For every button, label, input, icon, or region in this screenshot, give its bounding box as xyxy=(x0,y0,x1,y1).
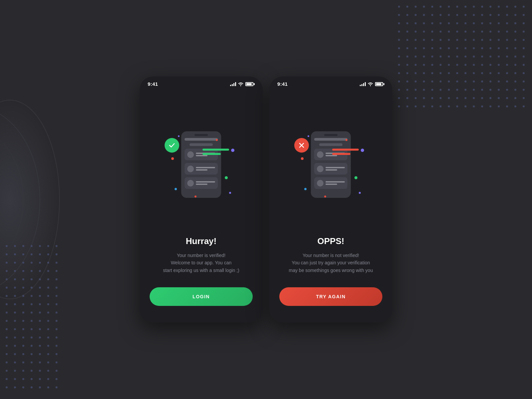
dot-grid-top-right: // Generate dots in SVG xyxy=(392,0,532,120)
purple-dot-2 xyxy=(229,192,231,194)
error-phone: 9:41 xyxy=(269,76,392,323)
dot-grid-bl xyxy=(0,239,66,399)
purple-dot-1 xyxy=(231,149,234,152)
purple-dot-5 xyxy=(359,192,361,194)
purple-dot-3 xyxy=(178,135,180,137)
phone-mockup-error xyxy=(311,131,351,198)
error-title: OPPS! xyxy=(318,236,344,246)
phones-container: 9:41 xyxy=(140,76,392,323)
deco-lines-error xyxy=(332,149,359,155)
status-bar-success: 9:41 xyxy=(140,76,263,87)
signal-icon xyxy=(230,82,236,86)
time-error: 9:41 xyxy=(277,81,288,87)
success-badge xyxy=(165,138,179,153)
purple-dot-6 xyxy=(308,135,309,137)
wifi-icon xyxy=(238,82,244,86)
status-icons-error xyxy=(360,82,384,86)
login-button[interactable]: LOGIN xyxy=(150,287,253,306)
battery-icon-2 xyxy=(375,82,384,86)
status-icons-success xyxy=(230,82,255,86)
battery-icon xyxy=(245,82,255,86)
red-dot-4 xyxy=(301,157,304,160)
error-phone-content: OPPS! Your number is not verified! You c… xyxy=(269,87,392,323)
red-dot-1 xyxy=(171,157,174,160)
error-badge xyxy=(294,138,309,153)
status-bar-error: 9:41 xyxy=(269,76,392,87)
success-illustration xyxy=(150,93,253,236)
purple-dot-4 xyxy=(361,149,364,152)
green-dot-2 xyxy=(354,176,357,179)
arc-svg xyxy=(0,100,66,299)
success-subtitle: Your number is verified! Welcome to our … xyxy=(163,252,239,274)
blue-dot-2 xyxy=(304,188,307,190)
success-title: Hurray! xyxy=(186,236,216,246)
arc-decoration-left xyxy=(0,100,60,299)
success-phone: 9:41 xyxy=(140,76,263,323)
dot-grid-tr xyxy=(392,0,532,120)
time-success: 9:41 xyxy=(148,81,158,87)
svg-point-0 xyxy=(0,106,40,293)
success-phone-content: Hurray! Your number is verified! Welcome… xyxy=(140,87,263,323)
error-illustration xyxy=(279,93,382,236)
svg-point-1 xyxy=(0,130,23,269)
wifi-icon-2 xyxy=(367,82,373,86)
phone-mockup-success xyxy=(181,131,221,198)
signal-icon-2 xyxy=(360,82,366,86)
green-dot-1 xyxy=(225,176,228,179)
try-again-button[interactable]: TRY AGAIN xyxy=(279,287,382,306)
blue-dot-1 xyxy=(175,188,177,190)
deco-lines-success xyxy=(202,149,229,155)
error-subtitle: Your number is not verified! You can jus… xyxy=(289,252,373,274)
